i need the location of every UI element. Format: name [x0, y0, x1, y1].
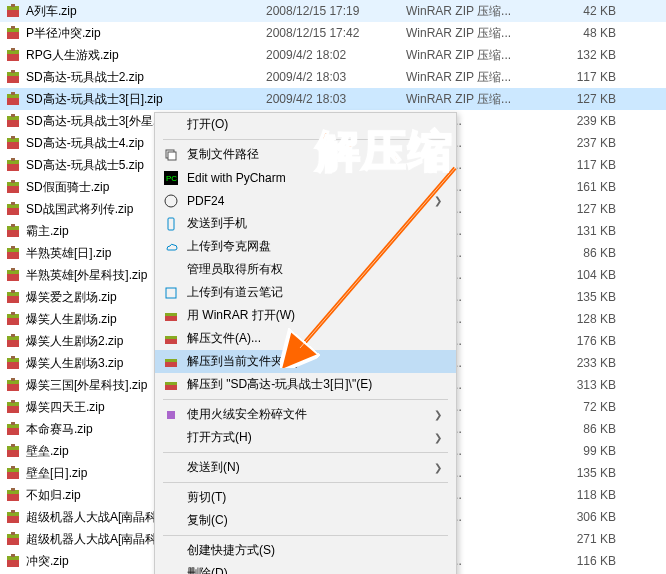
file-type: WinRAR ZIP 压缩...	[406, 47, 546, 64]
file-size: 131 KB	[546, 224, 626, 238]
shred-icon	[161, 405, 181, 425]
svg-rect-56	[11, 400, 15, 403]
svg-rect-32	[11, 224, 15, 227]
menu-extract-here[interactable]: 解压到当前文件夹(X)	[155, 350, 456, 373]
file-date: 2008/12/15 17:19	[266, 4, 406, 18]
svg-rect-62	[11, 444, 15, 447]
file-size: 86 KB	[546, 246, 626, 260]
zip-icon	[4, 531, 22, 547]
file-size: 239 KB	[546, 114, 626, 128]
pdf24-icon	[161, 191, 181, 211]
menu-label: 用 WinRAR 打开(W)	[187, 307, 450, 324]
zip-icon	[4, 333, 22, 349]
menu-label: 创建快捷方式(S)	[187, 542, 450, 559]
menu-separator	[163, 482, 448, 483]
menu-copy-path[interactable]: 复制文件路径	[155, 143, 456, 166]
blank-icon	[161, 488, 181, 508]
svg-rect-2	[11, 4, 15, 7]
file-size: 271 KB	[546, 532, 626, 546]
menu-open[interactable]: 打开(O)	[155, 113, 456, 136]
menu-label: 上传到有道云笔记	[187, 284, 450, 301]
file-size: 128 KB	[546, 312, 626, 326]
menu-label: 解压到当前文件夹(X)	[187, 353, 450, 370]
zip-icon	[4, 69, 22, 85]
winrar-icon	[161, 352, 181, 372]
winrar-icon	[161, 329, 181, 349]
menu-shred[interactable]: 使用火绒安全粉碎文件 ❯	[155, 403, 456, 426]
zip-icon	[4, 421, 22, 437]
zip-icon	[4, 201, 22, 217]
menu-pdf24[interactable]: PDF24 ❯	[155, 189, 456, 212]
svg-rect-96	[167, 411, 175, 419]
file-size: 42 KB	[546, 4, 626, 18]
menu-label: Edit with PyCharm	[187, 171, 450, 185]
menu-open-with[interactable]: 打开方式(H) ❯	[155, 426, 456, 449]
menu-label: 管理员取得所有权	[187, 261, 450, 278]
menu-separator	[163, 452, 448, 453]
menu-label: 上传到夸克网盘	[187, 238, 450, 255]
svg-rect-87	[166, 288, 176, 298]
file-type: WinRAR ZIP 压缩...	[406, 3, 546, 20]
file-row[interactable]: SD高达-玩具战士3[日].zip2009/4/2 18:03WinRAR ZI…	[0, 88, 666, 110]
file-size: 135 KB	[546, 466, 626, 480]
file-size: 104 KB	[546, 268, 626, 282]
file-row[interactable]: P半径冲突.zip2008/12/15 17:42WinRAR ZIP 压缩..…	[0, 22, 666, 44]
svg-rect-65	[11, 466, 15, 469]
file-type: WinRAR ZIP 压缩...	[406, 91, 546, 108]
menu-send-to[interactable]: 发送到(N) ❯	[155, 456, 456, 479]
zip-icon	[4, 3, 22, 19]
file-date: 2009/4/2 18:02	[266, 48, 406, 62]
phone-icon	[161, 214, 181, 234]
file-size: 72 KB	[546, 400, 626, 414]
file-size: 233 KB	[546, 356, 626, 370]
menu-extract-to[interactable]: 解压到 "SD高达-玩具战士3[日]\"(E)	[155, 373, 456, 396]
svg-rect-68	[11, 488, 15, 491]
menu-pycharm[interactable]: PC Edit with PyCharm	[155, 166, 456, 189]
menu-label: 打开(O)	[187, 116, 450, 133]
menu-separator	[163, 139, 448, 140]
submenu-arrow-icon: ❯	[434, 462, 450, 473]
zip-icon	[4, 465, 22, 481]
file-size: 127 KB	[546, 202, 626, 216]
svg-text:PC: PC	[166, 174, 177, 183]
zip-icon	[4, 135, 22, 151]
file-size: 313 KB	[546, 378, 626, 392]
file-date: 2009/4/2 18:03	[266, 92, 406, 106]
menu-cut[interactable]: 剪切(T)	[155, 486, 456, 509]
zip-icon	[4, 355, 22, 371]
file-size: 127 KB	[546, 92, 626, 106]
svg-rect-29	[11, 202, 15, 205]
menu-extract-file[interactable]: 解压文件(A)...	[155, 327, 456, 350]
menu-shortcut[interactable]: 创建快捷方式(S)	[155, 539, 456, 562]
file-row[interactable]: RPG人生游戏.zip2009/4/2 18:02WinRAR ZIP 压缩..…	[0, 44, 666, 66]
menu-separator	[163, 535, 448, 536]
svg-rect-77	[11, 554, 15, 557]
file-size: 116 KB	[546, 554, 626, 568]
menu-label: 解压文件(A)...	[187, 330, 450, 347]
file-name: SD高达-玩具战士3[日].zip	[26, 91, 266, 108]
svg-rect-59	[11, 422, 15, 425]
svg-rect-26	[11, 180, 15, 183]
menu-winrar-open[interactable]: 用 WinRAR 打开(W)	[155, 304, 456, 327]
blank-icon	[161, 541, 181, 561]
file-size: 99 KB	[546, 444, 626, 458]
menu-upload-youdao[interactable]: 上传到有道云笔记	[155, 281, 456, 304]
blank-icon	[161, 428, 181, 448]
menu-label: 发送到(N)	[187, 459, 434, 476]
blank-icon	[161, 458, 181, 478]
file-row[interactable]: SD高达-玩具战士2.zip2009/4/2 18:03WinRAR ZIP 压…	[0, 66, 666, 88]
blank-icon	[161, 511, 181, 531]
menu-label: 剪切(T)	[187, 489, 450, 506]
menu-send-phone[interactable]: 发送到手机	[155, 212, 456, 235]
menu-admin-perms[interactable]: 管理员取得所有权	[155, 258, 456, 281]
context-menu: 打开(O) 复制文件路径 PC Edit with PyCharm PDF24 …	[154, 112, 457, 574]
cloud-icon	[161, 237, 181, 257]
menu-label: 解压到 "SD高达-玩具战士3[日]\"(E)	[187, 376, 450, 393]
zip-icon	[4, 311, 22, 327]
svg-rect-95	[165, 382, 177, 385]
menu-delete[interactable]: 删除(D)	[155, 562, 456, 574]
menu-copy[interactable]: 复制(C)	[155, 509, 456, 532]
zip-icon	[4, 443, 22, 459]
file-row[interactable]: A列车.zip2008/12/15 17:19WinRAR ZIP 压缩...4…	[0, 0, 666, 22]
menu-upload-quark[interactable]: 上传到夸克网盘	[155, 235, 456, 258]
